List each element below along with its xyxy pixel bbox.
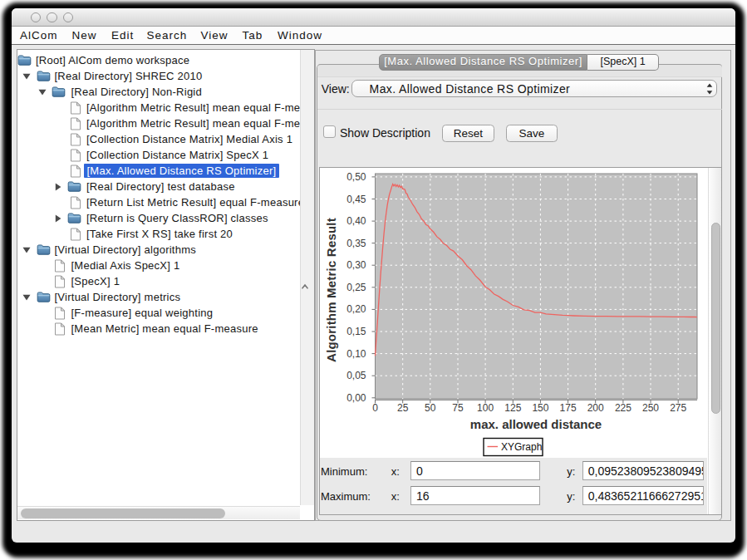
svg-text:0,05: 0,05 [346, 370, 366, 381]
svg-text:250: 250 [642, 402, 659, 414]
svg-text:0,15: 0,15 [346, 326, 366, 337]
svg-text:100: 100 [477, 402, 494, 414]
svg-text:225: 225 [615, 402, 632, 414]
svg-text:0,45: 0,45 [346, 194, 366, 205]
svg-text:XYGraph: XYGraph [501, 441, 542, 453]
svg-text:0,25: 0,25 [346, 282, 366, 293]
svg-text:0,30: 0,30 [346, 259, 366, 271]
svg-text:50: 50 [425, 402, 436, 414]
svg-text:Algorithm Metric Result: Algorithm Metric Result [324, 218, 338, 362]
svg-text:175: 175 [560, 402, 577, 414]
svg-text:0,50: 0,50 [346, 171, 366, 183]
svg-text:0,35: 0,35 [346, 238, 366, 249]
svg-text:150: 150 [532, 402, 548, 414]
svg-text:0,20: 0,20 [346, 303, 366, 315]
svg-text:0,40: 0,40 [346, 215, 366, 227]
svg-text:max. allowed distance: max. allowed distance [470, 417, 602, 431]
svg-text:275: 275 [670, 402, 686, 414]
svg-text:25: 25 [397, 402, 409, 414]
svg-text:75: 75 [452, 402, 464, 414]
svg-text:125: 125 [504, 402, 521, 414]
svg-text:0,00: 0,00 [346, 392, 366, 404]
svg-text:0: 0 [372, 402, 378, 414]
svg-text:200: 200 [587, 402, 604, 414]
svg-text:0,10: 0,10 [346, 348, 366, 360]
